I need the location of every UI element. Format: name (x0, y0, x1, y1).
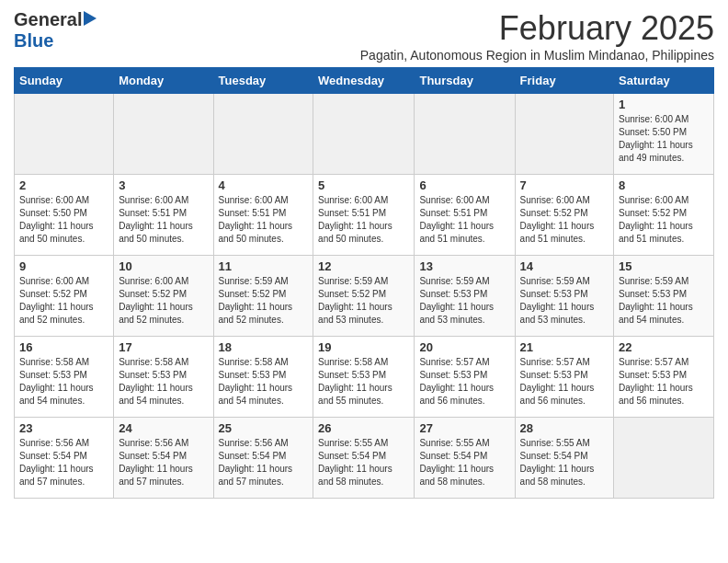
day-number: 28 (520, 421, 609, 435)
calendar-cell (614, 418, 714, 499)
day-number: 18 (219, 340, 309, 354)
day-number: 15 (619, 259, 709, 273)
calendar-cell: 27Sunrise: 5:55 AM Sunset: 5:54 PM Dayli… (415, 418, 515, 499)
day-number: 16 (19, 340, 108, 354)
calendar-cell: 19Sunrise: 5:58 AM Sunset: 5:53 PM Dayli… (313, 337, 415, 418)
day-number: 9 (19, 259, 108, 273)
calendar-cell: 24Sunrise: 5:56 AM Sunset: 5:54 PM Dayli… (114, 418, 213, 499)
day-number: 8 (619, 178, 709, 192)
day-info: Sunrise: 5:56 AM Sunset: 5:54 PM Dayligh… (119, 437, 208, 488)
calendar-cell (114, 94, 213, 175)
calendar-cell: 15Sunrise: 5:59 AM Sunset: 5:53 PM Dayli… (614, 256, 714, 337)
day-info: Sunrise: 5:57 AM Sunset: 5:53 PM Dayligh… (520, 356, 609, 408)
calendar-cell: 10Sunrise: 6:00 AM Sunset: 5:52 PM Dayli… (114, 256, 213, 337)
weekday-header-tuesday: Tuesday (213, 68, 313, 94)
calendar-cell: 18Sunrise: 5:58 AM Sunset: 5:53 PM Dayli… (213, 337, 313, 418)
weekday-header-sunday: Sunday (15, 68, 114, 94)
day-info: Sunrise: 5:57 AM Sunset: 5:53 PM Dayligh… (419, 356, 509, 408)
day-info: Sunrise: 5:56 AM Sunset: 5:54 PM Dayligh… (19, 437, 108, 488)
day-info: Sunrise: 6:00 AM Sunset: 5:51 PM Dayligh… (219, 194, 309, 246)
day-info: Sunrise: 5:59 AM Sunset: 5:53 PM Dayligh… (619, 275, 709, 327)
calendar: SundayMondayTuesdayWednesdayThursdayFrid… (14, 67, 714, 499)
day-info: Sunrise: 5:56 AM Sunset: 5:54 PM Dayligh… (219, 437, 309, 488)
day-info: Sunrise: 5:58 AM Sunset: 5:53 PM Dayligh… (19, 356, 108, 408)
main-title: February 2025 (360, 9, 714, 48)
day-number: 12 (318, 259, 409, 273)
day-info: Sunrise: 6:00 AM Sunset: 5:52 PM Dayligh… (119, 275, 208, 327)
week-row-2: 2Sunrise: 6:00 AM Sunset: 5:50 PM Daylig… (15, 175, 714, 256)
day-number: 22 (619, 340, 709, 354)
day-info: Sunrise: 5:59 AM Sunset: 5:52 PM Dayligh… (318, 275, 409, 327)
day-number: 14 (520, 259, 609, 273)
calendar-cell: 4Sunrise: 6:00 AM Sunset: 5:51 PM Daylig… (213, 175, 313, 256)
day-number: 17 (119, 340, 208, 354)
weekday-header-row: SundayMondayTuesdayWednesdayThursdayFrid… (15, 68, 714, 94)
weekday-header-friday: Friday (515, 68, 613, 94)
day-number: 27 (419, 421, 509, 435)
calendar-cell (213, 94, 313, 175)
day-number: 24 (119, 421, 208, 435)
calendar-cell: 14Sunrise: 5:59 AM Sunset: 5:53 PM Dayli… (515, 256, 613, 337)
calendar-cell (313, 94, 415, 175)
day-info: Sunrise: 5:55 AM Sunset: 5:54 PM Dayligh… (318, 437, 409, 488)
day-info: Sunrise: 6:00 AM Sunset: 5:50 PM Dayligh… (619, 113, 709, 165)
day-info: Sunrise: 6:00 AM Sunset: 5:50 PM Dayligh… (19, 194, 108, 246)
day-info: Sunrise: 6:00 AM Sunset: 5:51 PM Dayligh… (119, 194, 208, 246)
header: General Blue February 2025 Pagatin, Auto… (14, 9, 714, 63)
logo-blue: Blue (14, 30, 53, 51)
logo-arrow-icon (84, 11, 97, 26)
day-info: Sunrise: 6:00 AM Sunset: 5:52 PM Dayligh… (619, 194, 709, 246)
weekday-header-wednesday: Wednesday (313, 68, 415, 94)
day-number: 23 (19, 421, 108, 435)
calendar-cell (515, 94, 613, 175)
calendar-cell: 1Sunrise: 6:00 AM Sunset: 5:50 PM Daylig… (614, 94, 714, 175)
calendar-cell: 11Sunrise: 5:59 AM Sunset: 5:52 PM Dayli… (213, 256, 313, 337)
day-info: Sunrise: 5:59 AM Sunset: 5:53 PM Dayligh… (520, 275, 609, 327)
day-info: Sunrise: 5:59 AM Sunset: 5:52 PM Dayligh… (219, 275, 309, 327)
calendar-cell: 3Sunrise: 6:00 AM Sunset: 5:51 PM Daylig… (114, 175, 213, 256)
day-number: 7 (520, 178, 609, 192)
weekday-header-thursday: Thursday (415, 68, 515, 94)
calendar-cell: 25Sunrise: 5:56 AM Sunset: 5:54 PM Dayli… (213, 418, 313, 499)
calendar-cell: 28Sunrise: 5:55 AM Sunset: 5:54 PM Dayli… (515, 418, 613, 499)
calendar-cell: 20Sunrise: 5:57 AM Sunset: 5:53 PM Dayli… (415, 337, 515, 418)
calendar-cell: 16Sunrise: 5:58 AM Sunset: 5:53 PM Dayli… (15, 337, 114, 418)
day-info: Sunrise: 6:00 AM Sunset: 5:52 PM Dayligh… (520, 194, 609, 246)
calendar-cell: 12Sunrise: 5:59 AM Sunset: 5:52 PM Dayli… (313, 256, 415, 337)
calendar-cell: 5Sunrise: 6:00 AM Sunset: 5:51 PM Daylig… (313, 175, 415, 256)
day-number: 4 (219, 178, 309, 192)
day-info: Sunrise: 5:57 AM Sunset: 5:53 PM Dayligh… (619, 356, 709, 408)
calendar-cell: 26Sunrise: 5:55 AM Sunset: 5:54 PM Dayli… (313, 418, 415, 499)
calendar-cell: 6Sunrise: 6:00 AM Sunset: 5:51 PM Daylig… (415, 175, 515, 256)
day-number: 19 (318, 340, 409, 354)
day-number: 25 (219, 421, 309, 435)
calendar-cell: 7Sunrise: 6:00 AM Sunset: 5:52 PM Daylig… (515, 175, 613, 256)
day-number: 3 (119, 178, 208, 192)
page: General Blue February 2025 Pagatin, Auto… (0, 0, 728, 563)
week-row-3: 9Sunrise: 6:00 AM Sunset: 5:52 PM Daylig… (15, 256, 714, 337)
day-number: 2 (19, 178, 108, 192)
day-info: Sunrise: 5:55 AM Sunset: 5:54 PM Dayligh… (419, 437, 509, 488)
day-number: 26 (318, 421, 409, 435)
calendar-cell: 2Sunrise: 6:00 AM Sunset: 5:50 PM Daylig… (15, 175, 114, 256)
calendar-cell: 13Sunrise: 5:59 AM Sunset: 5:53 PM Dayli… (415, 256, 515, 337)
calendar-cell: 21Sunrise: 5:57 AM Sunset: 5:53 PM Dayli… (515, 337, 613, 418)
day-number: 1 (619, 98, 709, 111)
day-number: 5 (318, 178, 409, 192)
day-info: Sunrise: 6:00 AM Sunset: 5:51 PM Dayligh… (318, 194, 409, 246)
title-block: February 2025 Pagatin, Autonomous Region… (360, 9, 714, 63)
day-number: 21 (520, 340, 609, 354)
weekday-header-saturday: Saturday (614, 68, 714, 94)
calendar-cell: 9Sunrise: 6:00 AM Sunset: 5:52 PM Daylig… (15, 256, 114, 337)
day-info: Sunrise: 6:00 AM Sunset: 5:51 PM Dayligh… (419, 194, 509, 246)
logo: General Blue (14, 9, 97, 52)
subtitle: Pagatin, Autonomous Region in Muslim Min… (360, 48, 714, 63)
weekday-header-monday: Monday (114, 68, 213, 94)
day-info: Sunrise: 5:58 AM Sunset: 5:53 PM Dayligh… (318, 356, 409, 408)
day-number: 13 (419, 259, 509, 273)
calendar-cell: 22Sunrise: 5:57 AM Sunset: 5:53 PM Dayli… (614, 337, 714, 418)
calendar-cell (15, 94, 114, 175)
day-info: Sunrise: 5:59 AM Sunset: 5:53 PM Dayligh… (419, 275, 509, 327)
calendar-cell: 23Sunrise: 5:56 AM Sunset: 5:54 PM Dayli… (15, 418, 114, 499)
day-info: Sunrise: 5:58 AM Sunset: 5:53 PM Dayligh… (219, 356, 309, 408)
